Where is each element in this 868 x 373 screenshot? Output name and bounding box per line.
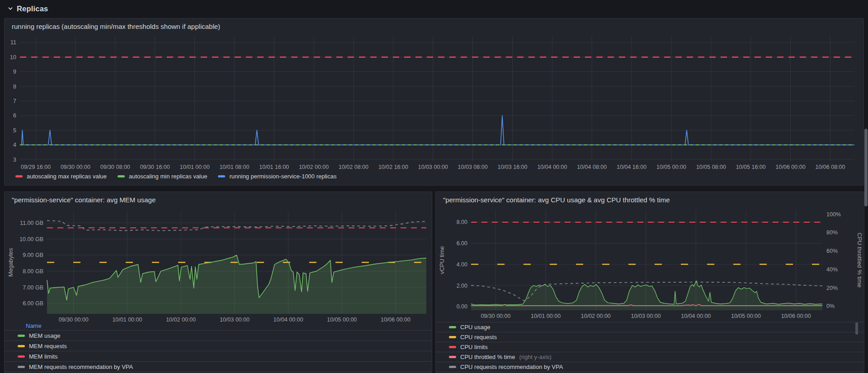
svg-text:09/29 16:00: 09/29 16:00 xyxy=(21,164,51,170)
svg-text:0%: 0% xyxy=(826,303,835,309)
y-axis-label: vCPU time xyxy=(439,246,445,274)
legend-label: CPU usage xyxy=(460,324,490,331)
svg-text:10/01 16:00: 10/01 16:00 xyxy=(259,164,289,170)
svg-text:10/02 00:00: 10/02 00:00 xyxy=(299,164,329,170)
dashboard-page: Replicas running replicas (autoscaling m… xyxy=(0,0,868,373)
svg-text:10/04 00:00: 10/04 00:00 xyxy=(537,164,567,170)
svg-text:9: 9 xyxy=(13,69,16,75)
svg-text:10/03 00:00: 10/03 00:00 xyxy=(631,313,661,319)
legend-row[interactable]: MEM requests xyxy=(5,340,432,351)
panel-cpu-usage: "permission-service" container: avg CPU … xyxy=(435,191,864,373)
series-color-pill xyxy=(18,345,25,347)
legend-label-suffix: (right y-axis) xyxy=(519,354,552,360)
svg-text:10/02 16:00: 10/02 16:00 xyxy=(378,164,408,170)
section-row-replicas[interactable]: Replicas xyxy=(7,3,48,14)
chart-svg: 0.002.004.006.008.000%20%40%60%80%100%09… xyxy=(437,205,863,319)
svg-text:8.00 GB: 8.00 GB xyxy=(23,268,43,275)
legend-item[interactable]: autoscaling max replicas value xyxy=(15,173,107,180)
svg-text:09/30 00:00: 09/30 00:00 xyxy=(481,313,510,319)
svg-text:10/01 00:00: 10/01 00:00 xyxy=(180,164,210,170)
panel-running-replicas: running replicas (autoscaling min/max th… xyxy=(4,18,864,186)
legend-name-header[interactable]: Name xyxy=(5,321,432,330)
series-color-pill xyxy=(449,366,456,368)
legend-label: CPU limits xyxy=(460,344,488,350)
svg-text:10/05 16:00: 10/05 16:00 xyxy=(736,164,766,170)
series-color-pill xyxy=(449,356,456,358)
series-color-pill xyxy=(18,366,25,368)
svg-text:20%: 20% xyxy=(826,285,838,291)
legend-row[interactable]: MEM requests recommendation by VPA xyxy=(5,361,432,372)
svg-text:40%: 40% xyxy=(826,266,838,273)
chart-svg: 3456789101109/29 16:0009/30 00:0009/30 0… xyxy=(6,31,862,172)
svg-text:6.00: 6.00 xyxy=(457,240,467,247)
replicas-chart-canvas: 3456789101109/29 16:0009/30 00:0009/30 0… xyxy=(6,31,862,172)
svg-text:10/03 00:00: 10/03 00:00 xyxy=(418,164,448,170)
legend-item[interactable]: running permission-service-1000 replicas xyxy=(218,173,336,180)
series-color-pill xyxy=(449,336,456,338)
svg-text:10/01 00:00: 10/01 00:00 xyxy=(531,313,561,319)
legend-row[interactable]: CPU limits xyxy=(436,342,864,352)
svg-text:10/05 00:00: 10/05 00:00 xyxy=(656,164,686,170)
legend-row[interactable]: MEM usage xyxy=(5,330,432,340)
panel-mem-usage: "permission-service" container: avg MEM … xyxy=(4,191,432,373)
series-color-pill xyxy=(449,346,456,348)
panel-title-running-replicas[interactable]: running replicas (autoscaling min/max th… xyxy=(5,19,863,30)
svg-text:10/01 08:00: 10/01 08:00 xyxy=(219,164,249,170)
svg-text:10/04 08:00: 10/04 08:00 xyxy=(577,164,607,170)
svg-text:10/05 08:00: 10/05 08:00 xyxy=(696,164,726,170)
svg-text:10: 10 xyxy=(10,54,16,61)
cpu-legend-table: CPU usageCPU requestsCPU limitsCPU throt… xyxy=(436,322,864,372)
legend-row[interactable]: CPU throttled % time(right y-axis) xyxy=(436,352,864,362)
svg-text:10/02 08:00: 10/02 08:00 xyxy=(339,164,368,170)
series-color-pill xyxy=(18,335,25,337)
legend-label: MEM limits xyxy=(29,353,58,360)
chevron-down-icon xyxy=(7,5,14,12)
legend-item[interactable]: autoscaling min replicas value xyxy=(118,173,207,180)
y-axis-label: Megabytes xyxy=(7,248,14,277)
legend-label: MEM usage xyxy=(29,332,60,339)
svg-text:10/03 08:00: 10/03 08:00 xyxy=(458,164,488,170)
svg-text:4: 4 xyxy=(13,142,16,148)
svg-text:10/06 00:00: 10/06 00:00 xyxy=(781,313,811,319)
section-title: Replicas xyxy=(17,5,48,13)
svg-text:6: 6 xyxy=(13,112,16,119)
legend-row[interactable]: MEM limits xyxy=(5,351,432,361)
svg-text:11: 11 xyxy=(10,39,16,46)
replicas-legend: autoscaling max replicas valueautoscalin… xyxy=(15,173,336,180)
right-y-axis-label: CPU throttled % time xyxy=(856,233,863,287)
legend-divider xyxy=(5,372,432,372)
mem-legend-table: Name MEM usageMEM requestsMEM limitsMEM … xyxy=(5,321,432,372)
svg-text:10/06 08:00: 10/06 08:00 xyxy=(815,164,845,170)
cpu-chart-canvas: 0.002.004.006.008.000%20%40%60%80%100%09… xyxy=(437,205,863,319)
svg-text:2.00: 2.00 xyxy=(457,283,467,289)
series-color-pill xyxy=(118,175,125,177)
svg-text:8.00: 8.00 xyxy=(457,219,467,225)
svg-text:11.00 GB: 11.00 GB xyxy=(20,220,43,226)
mem-chart-canvas: 6.00 GB7.00 GB8.00 GB9.00 GB10.00 GB11.0… xyxy=(5,205,431,323)
page-scrollbar-thumb[interactable] xyxy=(864,129,868,206)
svg-text:09/30 08:00: 09/30 08:00 xyxy=(100,164,130,170)
svg-text:10.00 GB: 10.00 GB xyxy=(19,236,43,242)
svg-text:6.00 GB: 6.00 GB xyxy=(23,300,43,307)
svg-text:10/03 16:00: 10/03 16:00 xyxy=(497,164,527,170)
svg-text:8: 8 xyxy=(13,84,16,90)
svg-text:80%: 80% xyxy=(826,229,838,236)
legend-scrollbar-thumb[interactable] xyxy=(855,322,858,335)
svg-text:09/30 00:00: 09/30 00:00 xyxy=(61,164,90,170)
svg-text:60%: 60% xyxy=(826,248,838,254)
series-color-pill xyxy=(18,355,25,358)
series-color-pill xyxy=(15,175,23,177)
legend-row[interactable]: CPU usage xyxy=(436,322,864,332)
legend-row[interactable]: CPU requests xyxy=(436,332,864,342)
legend-row[interactable]: CPU requests recommendation by VPA xyxy=(436,362,864,372)
legend-label: CPU requests recommendation by VPA xyxy=(460,364,563,370)
panel-title-mem-usage[interactable]: "permission-service" container: avg MEM … xyxy=(5,192,432,204)
panel-title-cpu-usage[interactable]: "permission-service" container: avg CPU … xyxy=(436,192,864,204)
legend-divider xyxy=(436,372,864,372)
svg-text:10/05 00:00: 10/05 00:00 xyxy=(731,313,761,319)
svg-text:9.00 GB: 9.00 GB xyxy=(23,252,43,258)
legend-label: autoscaling min replicas value xyxy=(129,173,207,180)
series-color-pill xyxy=(218,175,225,177)
svg-text:5: 5 xyxy=(13,127,16,134)
svg-text:7.00 GB: 7.00 GB xyxy=(23,284,43,291)
